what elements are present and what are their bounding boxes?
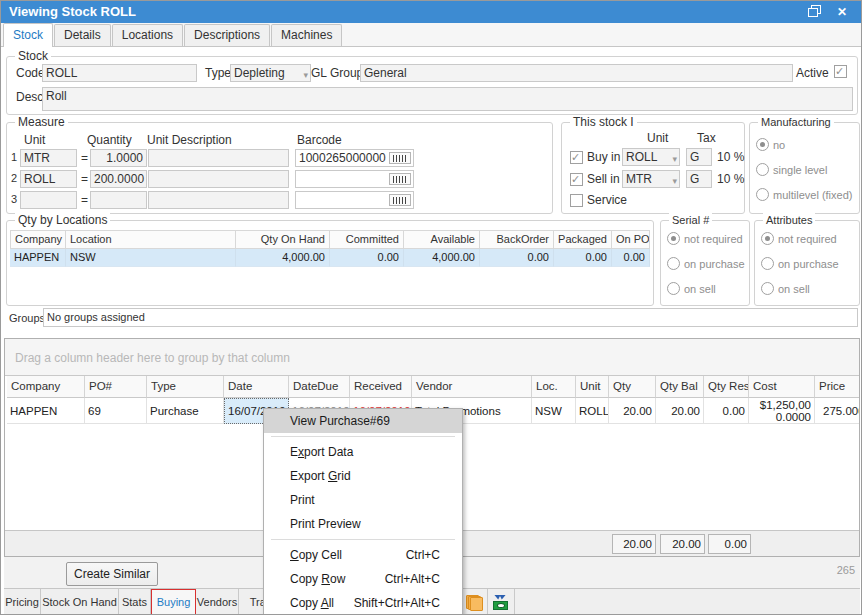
measure-barcode-field-3[interactable]: [295, 191, 414, 209]
tab-stock[interactable]: Stock: [3, 23, 53, 47]
grid-col-qtyres[interactable]: Qty Res: [704, 376, 749, 398]
serial-on-sell-radio[interactable]: [667, 282, 680, 295]
sell-tax-field[interactable]: G: [686, 170, 712, 188]
attr-on-sell-radio[interactable]: [761, 282, 774, 295]
col-qty-on-hand[interactable]: Qty On Hand: [236, 230, 330, 249]
grid-col-qtybal[interactable]: Qty Bal: [656, 376, 704, 398]
barcode-icon[interactable]: [389, 173, 411, 185]
measure-unit-field-3[interactable]: [20, 191, 77, 209]
tab-locations[interactable]: Locations: [112, 24, 183, 46]
gl-group-field[interactable]: General: [360, 64, 793, 82]
grid-col-cost[interactable]: Cost: [749, 376, 815, 398]
grid-col-unit[interactable]: Unit: [576, 376, 609, 398]
serial-on-purchase-radio[interactable]: [667, 257, 680, 270]
cell-location[interactable]: NSW: [66, 249, 236, 267]
sell-unit-select[interactable]: MTR▾: [622, 170, 680, 188]
service-checkbox[interactable]: [570, 194, 583, 207]
buy-in-checkbox[interactable]: ✓: [570, 151, 583, 164]
measure-desc-field-2[interactable]: [148, 170, 289, 188]
group-by-area[interactable]: Drag a column header here to group by th…: [5, 339, 859, 376]
col-on-po[interactable]: On PO: [612, 230, 650, 249]
col-company[interactable]: Company: [10, 230, 66, 249]
create-similar-button[interactable]: Create Similar: [66, 562, 158, 586]
gift-button[interactable]: [487, 589, 515, 615]
measure-unit-field-2[interactable]: ROLL: [20, 170, 77, 188]
col-available[interactable]: Available: [404, 230, 480, 249]
menu-item-export-grid[interactable]: Export Grid: [264, 464, 462, 488]
cell-on-po[interactable]: 0.00: [612, 249, 650, 267]
qty-table-row[interactable]: HAPPEN NSW 4,000.00 0.00 4,000.00 0.00 0…: [10, 249, 650, 267]
barcode-icon[interactable]: [389, 152, 411, 164]
serial-not-required-radio[interactable]: [667, 232, 680, 245]
measure-desc-field-3[interactable]: [148, 191, 289, 209]
cell-committed[interactable]: 0.00: [330, 249, 404, 267]
grid-col-loc[interactable]: Loc.: [532, 376, 576, 398]
tab-buying[interactable]: Buying: [151, 589, 196, 615]
tab-machines[interactable]: Machines: [271, 24, 342, 46]
mfg-no-radio[interactable]: [756, 138, 769, 151]
measure-qty-field-1[interactable]: 1.0000: [90, 149, 147, 167]
grid-cell-qtyres[interactable]: 0.00: [704, 398, 749, 424]
measure-qty-field-2[interactable]: 200.0000: [90, 170, 147, 188]
mfg-multilevel-radio[interactable]: [756, 188, 769, 201]
col-location[interactable]: Location: [66, 230, 236, 249]
tab-pricing[interactable]: Pricing: [4, 589, 41, 615]
menu-item-view-purchase[interactable]: View Purchase#69: [264, 409, 462, 433]
cell-qty-on-hand[interactable]: 4,000.00: [236, 249, 330, 267]
groups-field[interactable]: No groups assigned: [43, 308, 858, 327]
menu-item-print[interactable]: Print: [264, 488, 462, 512]
restore-icon[interactable]: [807, 5, 825, 19]
col-committed[interactable]: Committed: [330, 230, 404, 249]
tab-details[interactable]: Details: [54, 24, 111, 46]
grid-col-type[interactable]: Type: [147, 376, 224, 398]
tab-stock-on-hand[interactable]: Stock On Hand: [41, 589, 119, 615]
grid-cell-company[interactable]: HAPPEN: [7, 398, 85, 424]
grid-cell-cost[interactable]: $1,250,000.0000: [749, 398, 815, 424]
measure-unit-field-1[interactable]: MTR: [20, 149, 77, 167]
code-field[interactable]: ROLL: [42, 64, 197, 82]
barcode-icon[interactable]: [389, 194, 411, 206]
menu-item-export-data[interactable]: Export Data: [264, 440, 462, 464]
grid-col-vendor[interactable]: Vendor: [412, 376, 532, 398]
grid-cell-po[interactable]: 69: [85, 398, 147, 424]
measure-desc-field-1[interactable]: [148, 149, 289, 167]
type-select[interactable]: Depleting▾: [230, 64, 311, 82]
menu-item-copy-row[interactable]: Copy RowCtrl+Alt+C: [264, 567, 462, 591]
grid-col-datedue[interactable]: DateDue: [289, 376, 350, 398]
menu-item-print-preview[interactable]: Print Preview: [264, 512, 462, 536]
grid-cell-unit[interactable]: ROLL: [576, 398, 609, 424]
buy-unit-select[interactable]: ROLL▾: [622, 148, 680, 166]
cell-packaged[interactable]: 0.00: [554, 249, 612, 267]
grid-cell-loc[interactable]: NSW: [532, 398, 576, 424]
cell-backorder[interactable]: 0.00: [480, 249, 554, 267]
col-backorder[interactable]: BackOrder: [480, 230, 554, 249]
grid-cell-type[interactable]: Purchase: [147, 398, 224, 424]
mfg-single-level-radio[interactable]: [756, 163, 769, 176]
menu-item-copy-all[interactable]: Copy AllShift+Ctrl+Alt+C: [264, 591, 462, 615]
tab-vendors[interactable]: Vendors: [196, 589, 239, 615]
desc-field[interactable]: Roll: [42, 87, 853, 111]
menu-item-copy-cell[interactable]: Copy CellCtrl+C: [264, 543, 462, 567]
grid-col-company[interactable]: Company: [7, 376, 85, 398]
active-checkbox[interactable]: ✓: [834, 65, 847, 78]
grid-cell-qty[interactable]: 20.00: [609, 398, 656, 424]
buy-tax-field[interactable]: G: [686, 148, 712, 166]
grid-col-date[interactable]: Date: [224, 376, 289, 398]
tab-stats[interactable]: Stats: [119, 589, 151, 615]
grid-cell-price[interactable]: 275.0000: [815, 398, 860, 424]
close-icon[interactable]: ✕: [833, 5, 851, 19]
sell-in-checkbox[interactable]: ✓: [570, 173, 583, 186]
grid-col-po[interactable]: PO#: [85, 376, 147, 398]
attr-not-required-radio[interactable]: [761, 232, 774, 245]
tab-descriptions[interactable]: Descriptions: [184, 24, 270, 46]
measure-barcode-field-1[interactable]: 1000265000000: [295, 149, 414, 167]
attr-on-purchase-radio[interactable]: [761, 257, 774, 270]
grid-col-qty[interactable]: Qty: [609, 376, 656, 398]
measure-qty-field-3[interactable]: [90, 191, 147, 209]
cell-available[interactable]: 4,000.00: [404, 249, 480, 267]
measure-barcode-field-2[interactable]: [295, 170, 414, 188]
grid-col-received[interactable]: Received: [350, 376, 412, 398]
cell-company[interactable]: HAPPEN: [10, 249, 66, 267]
copy-pages-button[interactable]: [460, 589, 488, 615]
grid-col-price[interactable]: Price: [815, 376, 860, 398]
